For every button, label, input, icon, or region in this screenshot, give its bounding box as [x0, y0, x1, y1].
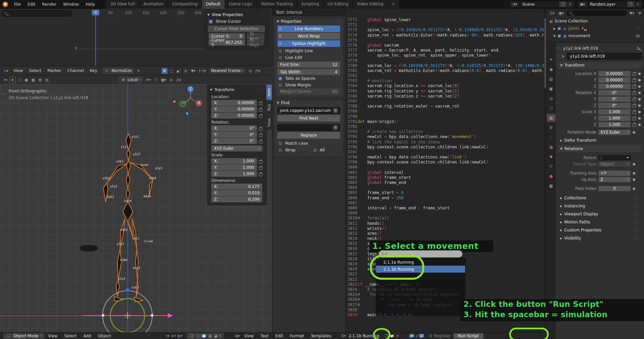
code-line[interactable]: 3780 sacrum_loc = ((0.185506/0.351173)*A… — [345, 63, 544, 68]
new-collection-icon[interactable]: ⊞ — [637, 10, 643, 16]
collapsed-section-header[interactable]: ▶Custom Properties:::: — [557, 226, 642, 234]
code-line[interactable]: 3792 — [345, 124, 544, 129]
tweak-tool-icon[interactable]: ➤ — [162, 68, 167, 74]
lock-icon[interactable] — [633, 124, 636, 127]
rotation-field[interactable]: Y:0° — [211, 132, 257, 138]
lock-icon[interactable] — [259, 134, 262, 137]
text-footer-menu[interactable]: Edit — [272, 334, 286, 338]
scale-field[interactable]: Z:1.000 — [211, 171, 257, 177]
code-line[interactable]: 3793 # create new collection — [345, 129, 544, 134]
collapsed-section-header[interactable]: ▶Visibility:::: — [557, 234, 642, 242]
animate-dot-icon[interactable]: ● — [638, 78, 641, 82]
parent-type-dropdown[interactable]: Object▾ — [598, 161, 631, 167]
movement-checkbox[interactable]: ✓ — [557, 34, 561, 38]
animate-dot-icon[interactable]: ● — [638, 116, 641, 120]
render-layer-icon[interactable]: ▣▾ — [578, 2, 587, 6]
render-layer-unlink-button[interactable]: ✕ — [634, 1, 642, 7]
animate-dot-icon[interactable]: ● — [633, 162, 636, 166]
code-line[interactable]: 3787 — [345, 99, 544, 104]
code-line[interactable]: 3776 global sacrum — [345, 43, 544, 48]
code-line[interactable]: 3806 frame_end = 250 — [345, 196, 544, 201]
curve-icon[interactable]: ⋀▾ — [175, 77, 182, 83]
joints-checkbox[interactable]: ✓ — [557, 27, 561, 30]
lock-icon[interactable] — [259, 115, 262, 118]
outliner-display-mode-icon[interactable]: ☰▾ — [548, 10, 556, 16]
normalize-toggle[interactable]: ⊢Normalize — [102, 68, 134, 74]
topbar-menu-item[interactable]: Window — [60, 2, 82, 7]
code-line[interactable]: 3778 spine_loc, spine_rot, spine_upper, … — [345, 53, 544, 58]
code-line[interactable]: 3779 — [345, 58, 544, 63]
particles-tab-icon[interactable]: ∴ — [547, 133, 555, 141]
view-layer-tab-icon[interactable]: ▣ — [547, 85, 555, 93]
graph-header-menu[interactable]: View — [10, 68, 26, 73]
transform-value-field[interactable]: 0° — [598, 103, 631, 108]
graph-header-menu[interactable]: Marker — [44, 68, 64, 73]
lock-icon[interactable] — [633, 92, 636, 95]
graph-header-menu[interactable]: Key — [87, 68, 100, 73]
physics-tab-icon[interactable]: ◍ — [547, 143, 555, 151]
lock-icon[interactable] — [259, 167, 262, 170]
solid-shading-icon[interactable]: ● — [201, 334, 206, 338]
select-box-icon[interactable]: ▢ — [168, 68, 174, 74]
relations-section-header[interactable]: ▼Relations:::: — [557, 145, 642, 152]
code-line[interactable]: 3797 — [345, 150, 544, 155]
workspace-tab[interactable]: UV Editing — [323, 0, 353, 9]
scene-unlink-button[interactable]: ✕ — [567, 1, 574, 7]
code-line[interactable]: 3775 — [345, 38, 544, 43]
current-frame-indicator[interactable]: 0 — [92, 10, 99, 15]
location-field[interactable]: Y:0.00000 — [211, 106, 257, 112]
tracking-axis-dropdown[interactable]: +Y▾ — [598, 171, 631, 176]
scrollbar-thumb[interactable] — [544, 18, 546, 88]
workspace-tab[interactable]: Video Editing — [353, 0, 388, 9]
text-footer-menu[interactable]: Templates — [307, 334, 334, 338]
closed-eye-icon[interactable]: ⌥ — [635, 26, 640, 31]
playhead-line[interactable] — [95, 15, 96, 66]
outliner-row-scene-collection[interactable]: ▤ Scene Collection — [547, 17, 644, 25]
run-script-button[interactable]: Run Script — [453, 333, 484, 339]
code-line[interactable]: 3785 sacrum.rig.location.y += sacrum_loc… — [345, 89, 544, 94]
proportional-edit-icon[interactable]: ▩▾ — [160, 77, 168, 83]
code-line[interactable]: 3813 arms() — [345, 231, 544, 236]
lock-icon[interactable] — [633, 85, 636, 88]
tool-tab-icon[interactable]: ✦ — [547, 56, 555, 64]
animate-dot-icon[interactable]: ● — [638, 72, 641, 75]
wrap-checkbox[interactable] — [278, 148, 282, 152]
footer-line-numbers-icon[interactable]: ≡ — [409, 334, 414, 338]
collapse-arrow-icon[interactable]: ▼ — [553, 35, 555, 38]
topbar-menu-item[interactable]: Edit — [24, 2, 39, 7]
scale-field[interactable]: Y:1.000 — [211, 164, 257, 171]
lock-icon[interactable] — [259, 140, 262, 143]
sidebar-tab[interactable]: Item — [266, 85, 272, 100]
snap-mode-dropdown[interactable]: Nearest Frame▾ — [209, 68, 246, 73]
code-line[interactable]: 3795 # link the newCol to the scene — [345, 140, 544, 145]
workspace-tab[interactable]: Scripting — [297, 0, 323, 9]
replace-button[interactable]: Replace — [277, 132, 340, 139]
solid-outline-icon[interactable]: ○ — [196, 334, 201, 338]
workspace-tab[interactable]: + — [388, 0, 399, 9]
animate-dot-icon[interactable]: ● — [633, 171, 636, 175]
pivot-dropdown[interactable]: ✥Local▾ — [118, 77, 143, 83]
dimension-field[interactable]: Z:0.200 — [211, 196, 262, 202]
register-checkbox[interactable] — [429, 334, 432, 338]
outliner-filter-mode-icon[interactable]: ▣▾ — [557, 10, 565, 16]
footer-word-wrap-icon[interactable]: ↲ — [414, 334, 419, 338]
panel-drag-handle[interactable]: :::: — [335, 101, 341, 105]
animate-dot-icon[interactable]: ● — [633, 187, 636, 190]
lock-icon[interactable] — [259, 173, 262, 176]
code-line[interactable]: 3773 spine_loc = ((0.143814/0.351173)*A,… — [345, 27, 544, 32]
workspace-tab[interactable]: 3D View Full — [106, 0, 140, 9]
lock-icon[interactable] — [633, 117, 636, 120]
transform-value-field[interactable]: 1.000 — [598, 116, 631, 121]
unlink-text-icon[interactable]: ✕ — [395, 334, 400, 338]
collapsed-section-header[interactable]: ▶Motion Paths:::: — [557, 218, 642, 226]
dimension-field[interactable]: Y:0.015 — [211, 190, 262, 196]
transform-value-field[interactable]: 1.000 — [598, 122, 631, 127]
orientation-icon[interactable]: ⟳▾ — [145, 77, 152, 83]
object-tab-icon[interactable]: ▦ — [547, 114, 555, 122]
lock-icon[interactable] — [259, 128, 262, 131]
code-line[interactable]: 3788 sacrum.rig.rotation_euler = sacrum_… — [345, 104, 544, 109]
topbar-menu-item[interactable]: File — [11, 2, 24, 7]
workspace-tab[interactable]: Game Logic — [225, 0, 257, 9]
constraints-tab-icon[interactable]: ✚ — [547, 153, 555, 161]
refresh-icon[interactable]: ↻ — [136, 68, 142, 74]
